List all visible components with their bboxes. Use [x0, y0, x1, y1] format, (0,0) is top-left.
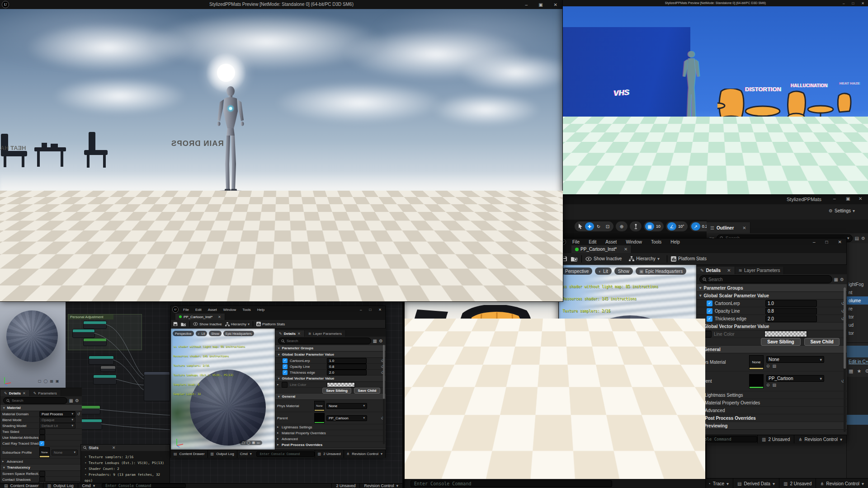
section-global-scalar[interactable]: ▾Global Scalar Parameter Value — [697, 292, 847, 300]
parent-dropdown[interactable]: PP_Cartoon▾ — [326, 415, 367, 421]
save-child-button[interactable]: Save Child — [354, 388, 380, 394]
surface-snap-icon[interactable] — [631, 222, 640, 230]
menu-edit[interactable]: Edit — [195, 308, 202, 312]
section-translucency[interactable]: ▾Translucency — [0, 465, 82, 471]
close-icon[interactable]: ✕ — [742, 225, 746, 230]
chevron-down-icon[interactable]: ▾ — [847, 236, 849, 240]
sphere-preview-icon[interactable]: ◯ — [247, 441, 250, 445]
menu-edit[interactable]: Edit — [589, 239, 596, 244]
preview-scene-pill[interactable]: Epic Headquarters — [223, 331, 254, 336]
save-sibling-button[interactable]: Save Sibling — [322, 388, 351, 394]
settings-button[interactable]: ⚙ Settings ▾ — [829, 208, 855, 213]
tab-parameters[interactable]: ✎Parameters — [30, 390, 61, 396]
output-log-button[interactable]: ▥Output Log — [605, 435, 642, 443]
checkbox-unchecked[interactable] — [39, 471, 45, 477]
content-drawer-button[interactable]: ▤Content Drawer — [559, 435, 605, 443]
cube-preview-icon[interactable]: ▦ — [50, 379, 54, 383]
details-selected-row[interactable] — [847, 415, 868, 425]
custom-preview-icon[interactable]: ⊞ — [684, 425, 687, 429]
minimize-button[interactable]: – — [813, 239, 816, 244]
scrollbar-thumb[interactable] — [844, 287, 846, 369]
sphere-preview-icon[interactable]: ◯ — [44, 379, 48, 383]
browse-to-asset-icon[interactable] — [181, 322, 186, 326]
section-lightmass[interactable]: ▸Lightmass Settings — [697, 391, 847, 399]
close-button[interactable]: ✕ — [859, 196, 862, 201]
platform-stats-button[interactable]: Platform Stats — [671, 256, 707, 262]
platform-stats-button[interactable]: Platform Stats — [256, 322, 285, 326]
scrollbar-track[interactable] — [383, 345, 385, 444]
close-icon[interactable]: ✕ — [727, 268, 731, 273]
section-material[interactable]: ▾Material — [0, 405, 82, 411]
expand-icon[interactable]: ▸ — [698, 332, 705, 336]
section-material-property-overrides[interactable]: ▸Material Property Overrides — [697, 399, 847, 407]
revision-control-button[interactable]: ⋔Revision Control▾ — [794, 435, 846, 443]
cmd-button[interactable]: Cmd▾ — [78, 483, 99, 488]
maximize-button[interactable]: ▣ — [538, 2, 542, 7]
minimize-button[interactable]: – — [833, 196, 836, 201]
menu-help[interactable]: Help — [257, 308, 264, 312]
section-parameter-groups[interactable]: ▾Parameter Groups — [275, 345, 386, 352]
console-input[interactable]: Enter Console Command — [676, 436, 757, 442]
maximize-button[interactable]: □ — [852, 1, 854, 5]
restore-button[interactable]: ▣ — [846, 196, 850, 201]
angle-snap-icon[interactable]: ∠ — [667, 222, 676, 230]
unsaved-button[interactable]: ▥2 Unsaved — [757, 435, 794, 443]
output-log-button[interactable]: ▥Output Log — [208, 450, 237, 458]
sphere-preview-icon[interactable]: ◯ — [663, 425, 668, 429]
grid-view-icon[interactable]: ▦ — [834, 277, 838, 282]
value-input[interactable]: 0.8 — [327, 364, 367, 370]
close-button[interactable]: ✕ — [554, 2, 557, 7]
output-log-button[interactable]: ▥Output Log — [43, 483, 78, 488]
console-input[interactable]: Enter Console Command — [410, 480, 612, 487]
menu-file[interactable]: File — [183, 308, 189, 312]
revision-control-button[interactable]: ⋔Revision Control▾ — [816, 479, 868, 488]
value-input[interactable]: 2.0 — [765, 315, 817, 322]
unsaved-button[interactable]: ▥2 Unsaved — [779, 479, 816, 488]
close-button[interactable]: ✕ — [838, 239, 842, 244]
menu-window[interactable]: Window — [223, 308, 236, 312]
close-button[interactable]: ✕ — [861, 1, 864, 5]
subsurface-thumbnail[interactable]: None — [39, 447, 50, 458]
grid-view-icon[interactable]: ▦ — [69, 398, 73, 403]
instance-preview-viewport[interactable]: Perspective ◐Lit Show Epic Headquarters … — [171, 328, 275, 450]
details-search-input[interactable]: Search — [278, 338, 371, 344]
value-input[interactable]: 0.8 — [765, 308, 817, 314]
reset-icon[interactable]: ↺ — [77, 412, 80, 416]
section-material-property-overrides[interactable]: ▸Material Property Overrides — [275, 430, 386, 436]
grid-view-icon[interactable]: ▦ — [373, 338, 377, 343]
content-drawer-button[interactable]: ▤Content Drawer — [171, 450, 208, 458]
plane-preview-icon[interactable]: ▭ — [677, 425, 681, 429]
tab-layer-parameters[interactable]: ≋Layer Parameters — [735, 267, 784, 274]
section-lightmass[interactable]: ▸Lightmass Settings — [275, 424, 386, 430]
unsaved-button[interactable]: ▥2 Unsaved — [315, 450, 344, 458]
color-swatch[interactable] — [327, 382, 355, 387]
world-space-icon[interactable]: ⊕ — [617, 222, 626, 230]
phys-material-thumbnail[interactable]: None — [314, 401, 325, 411]
cylinder-preview-icon[interactable]: ▢ — [656, 425, 660, 429]
close-icon[interactable]: ✕ — [112, 446, 116, 450]
content-drawer-button[interactable]: ▤Content Drawer — [0, 483, 43, 488]
checkbox-unchecked[interactable] — [705, 331, 712, 338]
main-editor-titlebar[interactable]: StylizedPPMats – ▣ ✕ — [563, 194, 868, 204]
outliner-row[interactable]: nt — [847, 288, 868, 296]
checkbox-checked[interactable]: ✓ — [707, 300, 712, 306]
tab-details[interactable]: ✎Details✕ — [275, 330, 305, 337]
gear-icon[interactable]: ⚙ — [75, 398, 79, 403]
browse-to-asset-icon[interactable] — [571, 256, 578, 262]
maximize-button[interactable]: □ — [369, 308, 371, 312]
section-global-scalar[interactable]: ▾Global Scalar Parameter Value — [275, 352, 386, 358]
revision-control-button[interactable]: ⋔Revision Control▾ — [344, 450, 385, 458]
scale-tool-icon[interactable]: ⊡ — [603, 222, 612, 230]
section-general[interactable]: ▾General — [275, 394, 386, 400]
phys-material-dropdown[interactable]: None▾ — [766, 356, 824, 363]
tab-details[interactable]: ✎Details✕ — [0, 390, 30, 396]
phys-material-thumbnail[interactable]: None — [749, 355, 764, 370]
section-parameter-groups[interactable]: ▾Parameter Groups — [697, 284, 847, 292]
add-folder-icon[interactable]: ▤ — [855, 236, 859, 241]
outliner-row[interactable]: ightFog — [847, 280, 868, 288]
angle-snap-value[interactable]: 10° — [676, 224, 686, 229]
browse-icon[interactable]: ▤ — [773, 383, 777, 387]
section-advanced[interactable]: ▸Advanced — [275, 436, 386, 442]
close-icon[interactable]: ✕ — [23, 391, 26, 395]
menu-asset[interactable]: Asset — [605, 239, 617, 244]
